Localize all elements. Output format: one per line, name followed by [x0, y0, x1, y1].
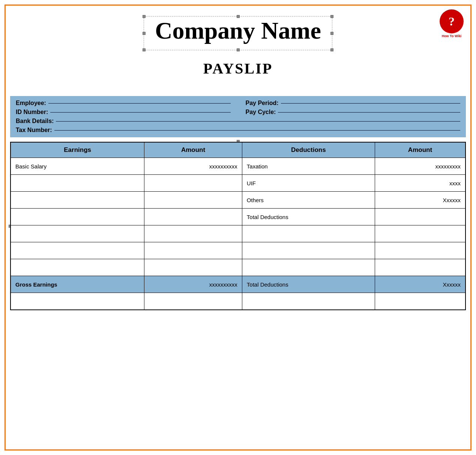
col-earnings: Earnings	[11, 143, 144, 158]
info-row-bank: Bank Details:	[16, 118, 460, 125]
tax-number-label: Tax Number:	[16, 127, 52, 134]
deductions-cell	[242, 242, 375, 259]
document-container: ? How To Wiki Company Name PAYSLIP Emplo…	[5, 5, 471, 450]
info-row-tax: Tax Number:	[16, 127, 460, 134]
deductions-amount-cell	[375, 225, 465, 242]
table-row: UIF xxxx	[11, 175, 465, 192]
gross-earnings-cell: Gross Earnings	[11, 276, 144, 293]
earnings-amount-cell	[144, 293, 242, 310]
deductions-amount-cell: xxxx	[375, 175, 465, 192]
deductions-cell	[242, 225, 375, 242]
deductions-cell	[242, 259, 375, 276]
info-row-employee-payperiod: Employee: Pay Period:	[16, 100, 460, 107]
earnings-cell	[11, 259, 144, 276]
id-pair: ID Number:	[16, 109, 231, 116]
handle-tr[interactable]	[330, 15, 333, 18]
employee-line	[48, 103, 231, 104]
table-row: Others Xxxxxx	[11, 192, 465, 209]
table-row	[11, 259, 465, 276]
deductions-amount-cell	[375, 209, 465, 225]
earnings-amount-cell	[144, 175, 242, 192]
earnings-cell	[11, 293, 144, 310]
deductions-cell: Others	[242, 192, 375, 209]
table-row	[11, 242, 465, 259]
table-row extra-row	[11, 293, 465, 310]
deductions-amount-cell	[375, 293, 465, 310]
id-number-line	[50, 112, 230, 113]
earnings-cell	[11, 175, 144, 192]
handle-mr[interactable]	[330, 32, 333, 35]
earnings-amount-cell: xxxxxxxxxx	[144, 158, 242, 175]
earnings-amount-cell	[144, 209, 242, 225]
payperiod-pair: Pay Period:	[246, 100, 461, 107]
earnings-amount-cell	[144, 259, 242, 276]
info-row-id-paycycle: ID Number: Pay Cycle:	[16, 109, 460, 116]
table-header-row: Earnings Amount Deductions Amount	[11, 143, 465, 158]
earnings-cell	[11, 242, 144, 259]
payslip-table: Earnings Amount Deductions Amount Basic …	[11, 142, 465, 310]
col-amount-deductions: Amount	[375, 143, 465, 158]
handle-tl[interactable]	[143, 15, 146, 18]
table-row	[11, 225, 465, 242]
earnings-cell	[11, 192, 144, 209]
payslip-table-container: Earnings Amount Deductions Amount Basic …	[10, 142, 466, 310]
header-area: Company Name PAYSLIP	[6, 6, 470, 96]
earnings-amount-cell	[144, 225, 242, 242]
handle-bl[interactable]	[143, 48, 146, 51]
employee-pair: Employee:	[16, 100, 231, 107]
earnings-amount-cell	[144, 242, 242, 259]
earnings-cell	[11, 225, 144, 242]
payslip-title: PAYSLIP	[28, 60, 448, 77]
col-deductions: Deductions	[242, 143, 375, 158]
info-section: Employee: Pay Period: ID Number: Pay Cyc…	[10, 96, 466, 137]
table-row: Basic Salary xxxxxxxxxx Taxation xxxxxxx…	[11, 158, 465, 175]
pay-period-label: Pay Period:	[246, 100, 279, 107]
gross-amount-cell: xxxxxxxxxx	[144, 276, 242, 293]
handle-bc[interactable]	[237, 48, 240, 51]
id-number-label: ID Number:	[16, 109, 48, 116]
paycycle-pair: Pay Cycle:	[246, 109, 461, 116]
col-amount-earnings: Amount	[144, 143, 242, 158]
bank-details-line	[56, 121, 460, 122]
deductions-amount-cell	[375, 259, 465, 276]
bank-details-label: Bank Details:	[16, 118, 54, 125]
total-deductions-amount-cell: Xxxxxx	[375, 276, 465, 293]
earnings-cell: Basic Salary	[11, 158, 144, 175]
handle-ml[interactable]	[143, 32, 146, 35]
total-deductions-label-cell: Total Deductions	[242, 276, 375, 293]
deductions-cell: UIF	[242, 175, 375, 192]
earnings-cell	[11, 209, 144, 225]
earnings-amount-cell	[144, 192, 242, 209]
table-row: Total Deductions	[11, 209, 465, 225]
pay-cycle-line	[278, 112, 460, 113]
company-name: Company Name	[155, 13, 321, 48]
deductions-cell: Total Deductions	[242, 209, 375, 225]
pay-period-line	[281, 103, 460, 104]
handle-br[interactable]	[330, 48, 333, 51]
deductions-amount-cell: Xxxxxx	[375, 192, 465, 209]
pay-cycle-label: Pay Cycle:	[246, 109, 276, 116]
deductions-cell: Taxation	[242, 158, 375, 175]
deductions-amount-cell: xxxxxxxxx	[375, 158, 465, 175]
table-wrapper: ⊕ Earnings Amount Deductions Amount Basi…	[6, 142, 470, 310]
deductions-cell	[242, 293, 375, 310]
tax-number-line	[54, 130, 460, 131]
table-footer-row: Gross Earnings xxxxxxxxxx Total Deductio…	[11, 276, 465, 293]
employee-label: Employee:	[16, 100, 46, 107]
deductions-amount-cell	[375, 242, 465, 259]
